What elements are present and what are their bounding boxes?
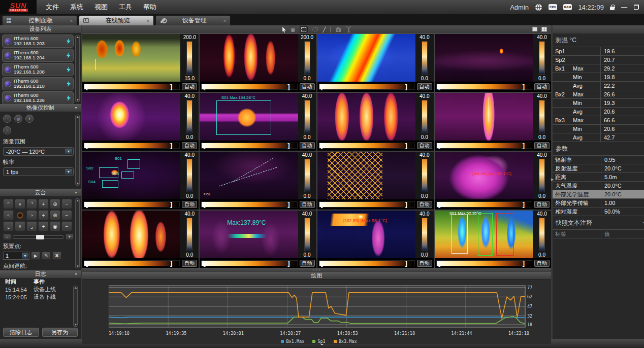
range-bracket-left[interactable]: [ (321, 200, 323, 208)
range-bracket-left[interactable]: [ (86, 142, 88, 150)
iris-icon-button[interactable] (50, 221, 60, 231)
record-icon[interactable] (346, 26, 351, 33)
param-row[interactable]: 大气温度20.0°C (553, 182, 644, 190)
focus-auto-button[interactable] (14, 115, 22, 123)
line-tool-icon[interactable] (323, 26, 326, 33)
thermal-view-9[interactable]: S01 S02 S03 S04 40.0 0.0 [] (82, 152, 199, 210)
framerate-select[interactable]: 1 fps ▼ (3, 167, 74, 176)
focus-far-button[interactable] (3, 115, 11, 123)
param-row[interactable]: 反射温度20.0°C (553, 164, 644, 173)
thermal-view-13[interactable]: 40.0 0.0 [] 自动 (82, 211, 199, 268)
thermal-view-1[interactable]: 200.0 15.0 [] 自动 (82, 34, 199, 92)
range-bracket-left[interactable]: [ (321, 83, 323, 91)
thermal-view-3[interactable]: 40.0 0.0 [] 自动 (317, 34, 434, 92)
legend-item[interactable]: Bx3.Max (334, 339, 357, 344)
camera-control-scrollbar[interactable] (75, 115, 80, 186)
tab-close-icon[interactable]: × (223, 18, 226, 23)
device-item[interactable]: ITherm 600192.168.1.226 (2, 91, 74, 104)
focus-plus-button[interactable] (38, 210, 49, 220)
thermal-image[interactable] (317, 34, 415, 82)
measure-box[interactable] (102, 180, 119, 188)
auto-scale-button[interactable]: 自动 (300, 83, 315, 90)
auto-scale-button[interactable]: 自动 (182, 83, 197, 90)
param-row[interactable]: 辐射率0.95 (553, 156, 644, 164)
measure-box[interactable] (496, 213, 514, 256)
tab-device-management[interactable]: 设备管理 × (155, 15, 231, 25)
measure-row[interactable]: Sp220.7 (553, 56, 644, 64)
thermal-view-4[interactable]: 40.0 0.0 [] 自动 (435, 34, 551, 92)
auto-scale-button[interactable]: 自动 (534, 201, 550, 208)
range-bracket-left[interactable]: [ (203, 200, 205, 208)
plot-header[interactable]: 绘图 (82, 272, 551, 280)
ptz-up-left-button[interactable] (3, 199, 14, 209)
thermal-image[interactable]: S01 Max:104.28°C (200, 93, 298, 141)
zoom-icon-button[interactable] (50, 199, 60, 209)
thermal-view-6[interactable]: S01 Max:104.28°C 40.0 0.0 [] 自动 (200, 93, 316, 151)
thermal-image[interactable]: S01 S02 S03 S04 (82, 152, 180, 199)
range-bracket-right[interactable]: ] (287, 259, 289, 267)
focus-minus-button[interactable] (61, 210, 72, 220)
measure-row[interactable]: Bx3Max66.6 (553, 116, 644, 125)
preset-delete-button[interactable] (52, 252, 61, 260)
param-row[interactable]: 外部光学传输1.00 (553, 199, 644, 207)
log-row[interactable]: 15:14:54 设备上线 (2, 286, 73, 293)
right-panel-collapse-handle[interactable]: ▶ (551, 178, 554, 182)
device-item[interactable]: ITherm 600192.168.1.210 (2, 77, 74, 90)
log-header[interactable]: 日志▼ (0, 270, 81, 278)
level-gradient-bar[interactable]: [] (84, 260, 180, 266)
param-value[interactable]: 20.0°C (601, 182, 644, 190)
measure-row[interactable]: Avg42.7 (553, 133, 644, 142)
param-value[interactable]: 50.0% (601, 207, 644, 216)
thermal-image[interactable] (435, 34, 533, 82)
param-value[interactable]: 5.0m (601, 173, 644, 181)
range-bracket-right[interactable]: ] (287, 142, 289, 150)
range-bracket-left[interactable]: [ (321, 142, 323, 150)
measure-row[interactable]: Min19.8 (553, 73, 644, 82)
ptz-up-right-button[interactable] (26, 199, 37, 209)
chevron-down-icon[interactable]: ▼ (22, 253, 28, 259)
slider-thumb[interactable] (36, 235, 44, 239)
ptz-scrollbar[interactable] (75, 198, 80, 268)
range-bracket-right[interactable]: ] (523, 259, 525, 267)
auto-scale-button[interactable]: 自动 (182, 142, 197, 149)
measure-box[interactable] (216, 100, 271, 135)
tab-control-panel[interactable]: 控制面板 × (2, 15, 77, 25)
log-row[interactable]: 15:24:05 设备下线 (2, 293, 73, 301)
device-item[interactable]: ITherm 600192.168.1.203 (2, 34, 74, 48)
measure-row[interactable]: Bx2Max26.6 (553, 90, 644, 99)
device-item[interactable]: ITherm 600192.168.1.204 (2, 49, 74, 62)
measure-row[interactable]: Avg20.6 (553, 108, 644, 116)
device-item[interactable]: ITherm 600192.168.1.208 (2, 63, 74, 76)
iris-minus-button[interactable] (61, 221, 72, 231)
measure-row[interactable]: Avg22.2 (553, 82, 644, 90)
level-gradient-bar[interactable]: [] (84, 201, 180, 207)
measure-box[interactable] (121, 171, 134, 179)
auto-scale-button[interactable]: 自动 (534, 83, 550, 90)
range-bracket-left[interactable]: [ (86, 200, 88, 208)
range-bracket-right[interactable]: ] (523, 83, 525, 91)
connect-icon[interactable] (66, 81, 71, 87)
thermal-view-7[interactable]: 40.0 0.0 [] 自动 (317, 93, 434, 151)
param-row[interactable]: 相对湿度50.0% (553, 207, 644, 216)
range-bracket-right[interactable]: ] (523, 200, 525, 208)
auto-scale-button[interactable]: 自动 (182, 201, 197, 208)
iris-plus-button[interactable] (38, 221, 49, 231)
thermal-view-16[interactable]: S01 Max:52.35°C 40.0 0.0 [] 自动 (435, 211, 551, 268)
connect-icon[interactable] (66, 38, 71, 44)
thermal-view-5[interactable]: 40.0 0.0 [] 自动 (82, 93, 199, 151)
thermal-image[interactable] (200, 34, 298, 82)
cursor-tool-icon[interactable] (282, 26, 286, 33)
range-bracket-right[interactable]: ] (523, 142, 525, 150)
thermal-view-14[interactable]: Max:137.89°C 40.0 0.0 [] 自动 (200, 211, 316, 268)
auto-scale-button[interactable]: 自动 (417, 260, 432, 267)
level-gradient-bar[interactable]: [] (84, 84, 180, 90)
single-view-icon[interactable] (532, 27, 537, 31)
thermal-image[interactable]: Po1 (200, 152, 298, 199)
measure-box[interactable] (127, 159, 140, 169)
ptz-right-button[interactable] (26, 210, 37, 220)
thermal-image[interactable]: Max:137.89°C (200, 211, 298, 258)
grid-view-icon[interactable] (541, 27, 547, 32)
thermal-view-11[interactable]: 40.0 0.0 [] 自动 (317, 152, 434, 210)
param-value[interactable]: 0.95 (601, 156, 644, 164)
level-gradient-bar[interactable]: [] (319, 260, 415, 266)
